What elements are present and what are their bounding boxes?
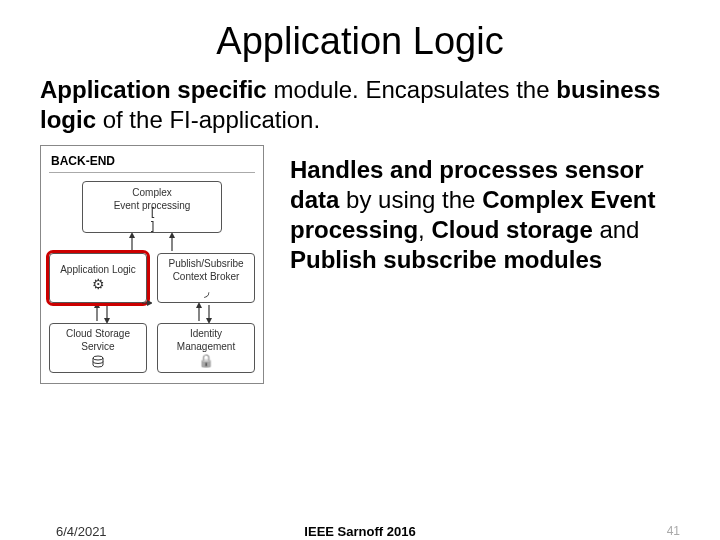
footer-date: 6/4/2021 [56, 524, 107, 539]
page-title: Application Logic [0, 0, 720, 71]
intro-strong-1: Application specific [40, 76, 267, 103]
body-text-2: , [418, 216, 431, 243]
box-complex-event-processing: Complex Event processing [82, 181, 222, 233]
box-application-logic: Application Logic [49, 253, 147, 303]
box-label: Management [177, 341, 235, 352]
box-cloud-storage: Cloud Storage Service [49, 323, 147, 373]
arrow-icon [92, 233, 212, 253]
svg-point-6 [93, 356, 103, 360]
body-text-3: and [593, 216, 640, 243]
brackets-icon [143, 213, 161, 229]
arrow-icon [49, 303, 255, 323]
backend-diagram: BACK-END Complex Event processing [40, 145, 264, 384]
intro-paragraph: Application specific module. Encapsulate… [0, 71, 720, 145]
box-label: Cloud Storage [66, 328, 130, 339]
lock-icon [197, 354, 215, 370]
box-label: Service [81, 341, 114, 352]
box-label: Application Logic [60, 264, 136, 275]
box-label: Context Broker [173, 271, 240, 282]
diagram-section-title: BACK-END [49, 154, 255, 168]
box-identity-management: Identity Management [157, 323, 255, 373]
database-icon [89, 354, 107, 370]
footer-venue: IEEE Sarnoff 2016 [304, 524, 415, 539]
intro-text-2: of the FI-application. [96, 106, 320, 133]
intro-text-1: module. Encapsulates the [267, 76, 557, 103]
arrow-icon [140, 291, 152, 315]
wifi-icon [197, 284, 215, 300]
footer-page-number: 41 [667, 524, 680, 538]
body-strong-4: Publish subscribe modules [290, 246, 602, 273]
body-paragraph: Handles and processes sensor data by usi… [290, 145, 680, 384]
body-strong-3: Cloud storage [431, 216, 592, 243]
box-label: Complex [132, 187, 171, 198]
box-label: Publish/Subsribe [168, 258, 243, 269]
box-label: Identity [190, 328, 222, 339]
box-publish-subscribe: Publish/Subsribe Context Broker [157, 253, 255, 303]
body-text-1: by using the [339, 186, 482, 213]
gear-icon [89, 277, 107, 293]
